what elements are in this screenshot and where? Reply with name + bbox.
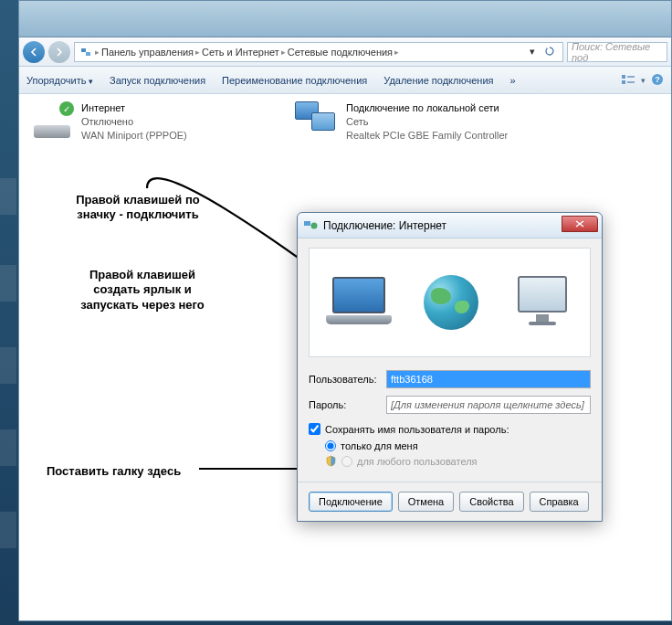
- only-me-radio[interactable]: [325, 440, 336, 451]
- breadcrumb[interactable]: ▸ Панель управления ▸ Сеть и Интернет ▸ …: [74, 42, 563, 62]
- username-label: Пользователь:: [309, 374, 386, 385]
- connection-list: ✓ Интернет Отключено WAN Miniport (PPPOE…: [30, 101, 660, 143]
- dialog-title-text: Подключение: Интернет: [323, 219, 446, 232]
- connection-device: WAN Miniport (PPPOE): [81, 129, 187, 143]
- delete-connection-button[interactable]: Удаление подключения: [383, 75, 493, 86]
- password-label: Пароль:: [309, 399, 386, 410]
- help-button[interactable]: Справка: [530, 492, 589, 512]
- globe-icon: [424, 275, 478, 330]
- desktop-pc-icon: [511, 276, 573, 329]
- svg-rect-3: [622, 80, 625, 84]
- breadcrumb-separator-icon: ▸: [281, 48, 286, 57]
- annotation-create-shortcut: Правой клавишей создать ярлык и запускат…: [51, 268, 234, 312]
- breadcrumb-separator-icon: ▸: [95, 48, 100, 57]
- shield-icon: [325, 455, 337, 467]
- dialog-body: Пользователь: Пароль: Сохранять имя поль…: [298, 238, 602, 482]
- network-location-icon: [79, 45, 93, 59]
- view-dropdown-icon[interactable]: ▾: [641, 76, 646, 85]
- connection-name: Интернет: [81, 101, 187, 115]
- desktop-icon-fragment: [0, 265, 16, 302]
- svg-rect-5: [627, 81, 635, 83]
- address-bar: ▸ Панель управления ▸ Сеть и Интернет ▸ …: [19, 37, 671, 67]
- password-input[interactable]: [386, 396, 591, 414]
- svg-rect-4: [627, 76, 635, 78]
- save-credentials-label: Сохранять имя пользователя и пароль:: [325, 424, 509, 435]
- help-icon[interactable]: ?: [651, 73, 664, 88]
- cancel-button[interactable]: Отмена: [398, 492, 454, 512]
- rename-connection-button[interactable]: Переименование подключения: [222, 75, 367, 86]
- dialog-titlebar[interactable]: Подключение: Интернет: [298, 213, 602, 238]
- connection-graphic: [309, 248, 591, 357]
- toolbar-overflow-button[interactable]: »: [509, 75, 515, 86]
- connection-item-internet[interactable]: ✓ Интернет Отключено WAN Miniport (PPPOE…: [30, 101, 268, 143]
- nav-forward-button[interactable]: [48, 41, 70, 63]
- save-credentials-checkbox[interactable]: [309, 423, 320, 435]
- breadcrumb-item[interactable]: Сетевые подключения: [288, 47, 393, 58]
- dialog-footer: Подключение Отмена Свойства Справка: [298, 482, 602, 521]
- desktop-icon-fragment: [0, 512, 16, 548]
- svg-rect-2: [622, 75, 625, 79]
- connect-button[interactable]: Подключение: [309, 492, 393, 512]
- breadcrumb-separator-icon: ▸: [195, 48, 200, 57]
- any-user-label: для любого пользователя: [357, 456, 478, 467]
- svg-rect-0: [81, 48, 86, 52]
- search-placeholder: Поиск: Сетевые под: [572, 42, 663, 62]
- nav-back-button[interactable]: [23, 41, 45, 63]
- connection-status: Сеть: [346, 115, 508, 129]
- connection-dialog: Подключение: Интернет Пользователь:: [297, 212, 603, 522]
- svg-text:?: ?: [655, 75, 660, 84]
- connection-device: Realtek PCIe GBE Family Controller: [346, 129, 508, 143]
- connection-item-lan[interactable]: Подключение по локальной сети Сеть Realt…: [295, 101, 532, 143]
- only-me-label: только для меня: [341, 440, 418, 451]
- search-input[interactable]: Поиск: Сетевые под: [567, 42, 667, 62]
- svg-point-9: [311, 222, 318, 228]
- breadcrumb-item[interactable]: Сеть и Интернет: [202, 47, 279, 58]
- organize-button[interactable]: Упорядочить: [26, 75, 93, 86]
- properties-button[interactable]: Свойства: [459, 492, 523, 512]
- breadcrumb-separator-icon: ▸: [394, 48, 399, 57]
- any-user-radio: [341, 456, 352, 467]
- modem-icon: ✓: [30, 101, 74, 138]
- explorer-titlebar-glass[interactable]: [18, 0, 672, 37]
- svg-rect-8: [304, 221, 310, 226]
- connection-status: Отключено: [81, 115, 187, 129]
- annotation-set-checkbox: Поставить галку здесь: [47, 464, 197, 479]
- connection-globe-icon: [303, 218, 318, 233]
- start-connection-button[interactable]: Запуск подключения: [110, 75, 205, 86]
- desktop-icon-fragment: [0, 178, 16, 215]
- annotation-right-click-connect: Правой клавишей по значку - подключить: [56, 193, 220, 223]
- close-button[interactable]: [562, 216, 598, 232]
- toolbar: Упорядочить Запуск подключения Переимено…: [19, 67, 671, 94]
- view-options-icon[interactable]: [621, 73, 635, 88]
- svg-rect-1: [86, 52, 90, 56]
- network-pc-icon: [295, 101, 339, 138]
- desktop-icon-fragment: [0, 429, 16, 466]
- breadcrumb-dropdown-icon[interactable]: ▾: [526, 46, 539, 58]
- laptop-icon: [326, 277, 392, 328]
- desktop-icon-fragment: [0, 347, 16, 384]
- refresh-icon[interactable]: [541, 46, 559, 58]
- username-input[interactable]: [386, 370, 591, 388]
- breadcrumb-item[interactable]: Панель управления: [101, 47, 194, 58]
- connection-name: Подключение по локальной сети: [346, 101, 508, 115]
